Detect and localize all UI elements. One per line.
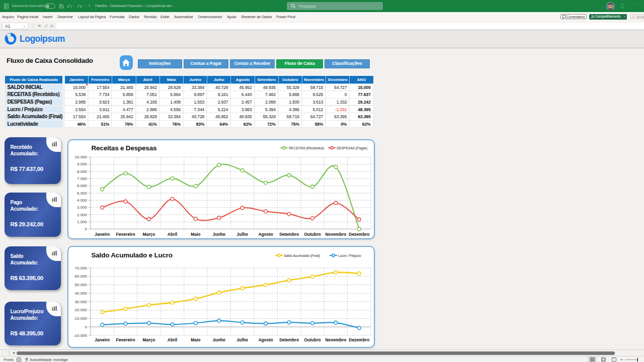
- svg-text:10.000: 10.000: [75, 155, 88, 159]
- svg-text:2.000: 2.000: [77, 213, 88, 217]
- svg-text:Saldo Acumulado (Final): Saldo Acumulado (Final): [284, 254, 320, 258]
- svg-text:Outubro: Outubro: [304, 232, 321, 237]
- svg-text:70.000: 70.000: [75, 266, 88, 270]
- svg-text:Setembro: Setembro: [279, 337, 299, 342]
- svg-text:4.000: 4.000: [77, 198, 88, 203]
- svg-text:Março: Março: [142, 232, 155, 237]
- svg-text:DESPESAS (Pagas): DESPESAS (Pagas): [337, 146, 367, 150]
- svg-text:30.000: 30.000: [75, 300, 88, 304]
- svg-text:Agosto: Agosto: [258, 337, 273, 342]
- svg-text:Dezembro: Dezembro: [349, 232, 369, 237]
- svg-text:Janeiro: Janeiro: [95, 232, 110, 237]
- svg-text:Agosto: Agosto: [258, 232, 273, 237]
- svg-text:Julho: Julho: [236, 232, 248, 237]
- svg-text:40.000: 40.000: [75, 291, 88, 296]
- svg-text:9.000: 9.000: [77, 162, 88, 166]
- svg-text:RECEITAS (Recebidos): RECEITAS (Recebidos): [289, 146, 324, 150]
- svg-text:6.000: 6.000: [77, 184, 88, 188]
- svg-text:Fevereiro: Fevereiro: [116, 232, 135, 237]
- svg-text:Dezembro: Dezembro: [349, 337, 369, 342]
- svg-text:Abril: Abril: [168, 337, 177, 342]
- svg-text:8.000: 8.000: [77, 169, 88, 174]
- svg-text:60.000: 60.000: [75, 274, 88, 279]
- svg-text:Maio: Maio: [191, 337, 200, 342]
- svg-text:1.000: 1.000: [77, 220, 88, 224]
- svg-text:Outubro: Outubro: [304, 337, 321, 342]
- svg-text:Novembro: Novembro: [325, 232, 346, 237]
- svg-text:7.000: 7.000: [77, 176, 88, 181]
- svg-text:Maio: Maio: [191, 232, 200, 237]
- svg-text:50.000: 50.000: [75, 283, 88, 287]
- svg-text:0: 0: [85, 325, 88, 329]
- svg-text:Novembro: Novembro: [325, 337, 346, 342]
- svg-text:-10.000: -10.000: [73, 333, 88, 338]
- svg-text:Abril: Abril: [168, 232, 177, 237]
- svg-text:3.000: 3.000: [77, 205, 88, 210]
- svg-text:20.000: 20.000: [75, 308, 88, 312]
- svg-text:5.000: 5.000: [77, 191, 88, 196]
- svg-text:Janeiro: Janeiro: [95, 337, 110, 342]
- svg-text:Março: Março: [142, 337, 155, 342]
- svg-text:10.000: 10.000: [75, 316, 88, 321]
- svg-text:Junho: Junho: [213, 232, 226, 237]
- svg-text:0: 0: [85, 227, 88, 231]
- svg-text:Fevereiro: Fevereiro: [116, 337, 135, 342]
- svg-text:Lucro / Prejuizo: Lucro / Prejuizo: [338, 254, 361, 258]
- svg-text:Junho: Junho: [213, 337, 226, 342]
- svg-text:Setembro: Setembro: [279, 232, 299, 237]
- svg-text:Julho: Julho: [236, 337, 248, 342]
